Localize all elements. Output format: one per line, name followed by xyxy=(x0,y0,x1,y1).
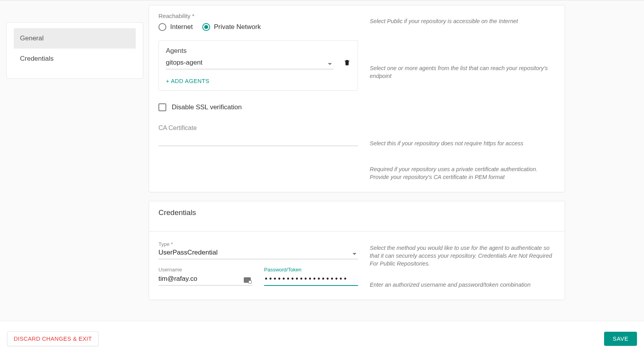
password-label: Password/Token xyxy=(264,267,358,273)
ssl-checkbox-row: Disable SSL verification xyxy=(158,103,358,111)
reachability-radio-group: Internet Private Network xyxy=(158,23,358,31)
agents-box: Agents gitops-agent + ADD AGENT xyxy=(158,40,358,91)
side-nav-card: General Credentials xyxy=(6,22,143,79)
credential-type-value: UserPassCredential xyxy=(158,249,218,257)
password-field: Password/Token xyxy=(264,267,358,286)
agents-label: Agents xyxy=(166,47,351,55)
add-agents-button[interactable]: + ADD AGENTS xyxy=(166,78,351,84)
password-input[interactable] xyxy=(264,273,358,286)
reachability-label: Reachability * xyxy=(158,13,358,19)
user-help: Enter an authorized username and passwor… xyxy=(370,281,555,289)
agents-help: Select one or more agents from the list … xyxy=(370,64,555,80)
sidebar-item-label: Credentials xyxy=(20,55,54,63)
agent-row: gitops-agent xyxy=(166,57,351,69)
page-root: General Credentials Reachability * Inter… xyxy=(0,0,644,356)
chevron-down-icon xyxy=(353,253,356,255)
agent-select[interactable]: gitops-agent xyxy=(166,57,333,69)
ca-certificate-field: CA Certificate xyxy=(158,125,358,146)
credentials-divider xyxy=(149,231,565,231)
credential-manager-icon xyxy=(244,277,251,283)
user-pass-row: Username Password/Token xyxy=(158,267,358,286)
username-field: Username xyxy=(158,267,252,286)
save-button[interactable]: SAVE xyxy=(604,332,637,346)
agent-select-value: gitops-agent xyxy=(166,59,203,67)
sidebar-item-general[interactable]: General xyxy=(14,28,136,49)
chevron-down-icon xyxy=(328,63,332,65)
ssl-checkbox-label: Disable SSL verification xyxy=(172,103,242,111)
sidebar-item-label: General xyxy=(20,34,43,42)
ca-certificate-input[interactable] xyxy=(158,133,358,146)
credentials-card: Credentials Type * UserPassCredential Us… xyxy=(149,201,565,300)
delete-agent-icon[interactable] xyxy=(344,59,351,68)
footer: DISCARD CHANGES & EXIT SAVE xyxy=(0,321,644,356)
discard-button[interactable]: DISCARD CHANGES & EXIT xyxy=(7,331,99,346)
username-input[interactable] xyxy=(158,273,252,286)
main-column: Reachability * Internet Private Network xyxy=(149,0,565,309)
radio-icon xyxy=(158,23,166,31)
radio-private-network[interactable]: Private Network xyxy=(202,23,261,31)
username-label: Username xyxy=(158,267,252,273)
credentials-header: Credentials xyxy=(158,208,555,217)
content-scroll: General Credentials Reachability * Inter… xyxy=(0,0,644,321)
type-help: Select the method you would like to use … xyxy=(370,244,555,267)
ca-help: Required if your repository uses a priva… xyxy=(370,165,555,181)
radio-internet[interactable]: Internet xyxy=(158,23,193,31)
ca-certificate-label: CA Certificate xyxy=(158,125,358,132)
ssl-checkbox[interactable] xyxy=(158,103,166,111)
general-card: Reachability * Internet Private Network xyxy=(149,5,565,192)
reachability-help: Select Public if your repository is acce… xyxy=(370,17,555,25)
ssl-help: Select this if your repository does not … xyxy=(370,139,555,147)
reachability-row: Reachability * Internet Private Network xyxy=(158,13,555,181)
credential-type-select[interactable]: UserPassCredential xyxy=(158,247,358,259)
radio-icon xyxy=(202,23,210,31)
radio-label: Private Network xyxy=(214,23,261,31)
sidebar-item-credentials[interactable]: Credentials xyxy=(14,49,136,69)
type-label: Type * xyxy=(158,242,358,247)
radio-label: Internet xyxy=(170,23,193,31)
credentials-row: Type * UserPassCredential Username xyxy=(158,242,555,289)
